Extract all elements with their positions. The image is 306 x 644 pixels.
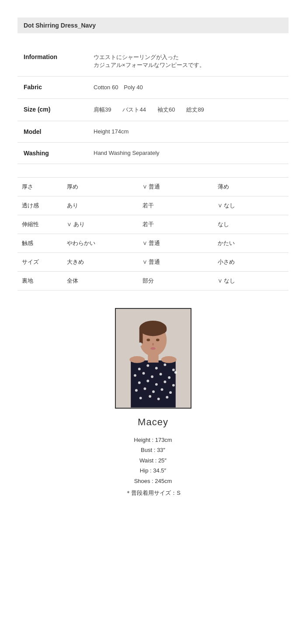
- check-mark: ∨: [143, 259, 149, 265]
- info-label: Information: [17, 46, 87, 77]
- info-value-line: 肩幅39 バスト44 袖丈60 総丈89: [94, 106, 282, 114]
- info-value: Height 174cm: [87, 121, 289, 143]
- svg-point-33: [156, 339, 159, 341]
- model-section: Macey Height : 173cmBust : 33″Waist : 25…: [17, 308, 289, 498]
- char-attr: 透け感: [17, 196, 63, 215]
- svg-point-18: [135, 389, 137, 392]
- char-attr: 伸縮性: [17, 215, 63, 234]
- char-col3: ∨ なし: [213, 272, 289, 290]
- svg-point-2: [138, 368, 140, 370]
- model-stat-line: Bust : 33″: [125, 445, 181, 455]
- char-row: 厚さ厚め∨ 普通薄め: [17, 178, 289, 196]
- char-col2: 部分: [138, 272, 213, 290]
- char-col2: 若干: [138, 215, 213, 234]
- check-mark: ∨: [218, 202, 224, 209]
- svg-point-21: [160, 388, 163, 391]
- char-row: 裏地全体部分∨ なし: [17, 272, 289, 290]
- info-row: FabricCotton 60 Poly 40: [17, 77, 289, 99]
- svg-point-11: [168, 376, 170, 379]
- model-note: ＊普段着用サイズ：S: [125, 488, 181, 498]
- page-wrapper: Dot Shirring Dress_Navy Informationウエストに…: [0, 0, 306, 524]
- info-value: ウエストにシャーリングが入ったカジュアル×フォーマルなワンピースです。: [87, 46, 289, 77]
- info-rows-table: Informationウエストにシャーリングが入ったカジュアル×フォーマルなワン…: [17, 46, 289, 164]
- model-photo-container: [115, 308, 191, 409]
- svg-point-15: [155, 383, 157, 386]
- svg-point-10: [159, 373, 162, 375]
- svg-point-3: [146, 364, 149, 367]
- check-mark: ∨: [143, 240, 149, 246]
- info-row: WashingHand Washing Separately: [17, 143, 289, 164]
- char-attr: 触感: [17, 234, 63, 253]
- svg-point-20: [152, 390, 155, 393]
- info-value: 肩幅39 バスト44 袖丈60 総丈89: [87, 99, 289, 121]
- svg-point-7: [134, 374, 136, 377]
- char-col1: 大きめ: [63, 253, 138, 272]
- model-stat-line: Shoes : 245cm: [125, 476, 181, 486]
- model-stat-line: Height : 173cm: [125, 435, 181, 445]
- info-value-line: ウエストにシャーリングが入った: [94, 53, 282, 61]
- svg-point-38: [129, 356, 145, 363]
- char-col2: ∨ 普通: [138, 178, 213, 196]
- svg-point-35: [150, 347, 156, 350]
- product-title: Dot Shirring Dress_Navy: [17, 18, 289, 33]
- svg-point-31: [154, 326, 166, 334]
- char-attr: サイズ: [17, 253, 63, 272]
- char-col2: ∨ 普通: [138, 253, 213, 272]
- svg-point-39: [161, 356, 176, 363]
- check-mark: ∨: [67, 221, 73, 228]
- info-label: Size (cm): [17, 99, 87, 121]
- svg-point-25: [157, 398, 160, 400]
- svg-point-23: [139, 397, 142, 399]
- info-row: Size (cm)肩幅39 バスト44 袖丈60 総丈89: [17, 99, 289, 121]
- model-stats: Height : 173cmBust : 33″Waist : 25″Hip :…: [125, 435, 181, 498]
- check-mark: ∨: [218, 277, 224, 284]
- product-title-row: Dot Shirring Dress_Navy: [17, 18, 289, 33]
- svg-point-36: [138, 343, 142, 346]
- char-attr: 裏地: [17, 272, 63, 290]
- info-row: ModelHeight 174cm: [17, 121, 289, 143]
- info-label: Fabric: [17, 77, 87, 99]
- svg-point-19: [143, 387, 146, 390]
- char-col3: ∨ なし: [213, 196, 289, 215]
- svg-point-34: [152, 343, 154, 346]
- char-col1: ∨ あり: [63, 215, 138, 234]
- check-mark: ∨: [143, 183, 149, 190]
- info-label: Washing: [17, 143, 87, 164]
- model-stat-line: Waist : 25″: [125, 455, 181, 466]
- model-name: Macey: [138, 416, 168, 428]
- svg-point-14: [146, 380, 149, 382]
- char-row: 透け感あり若干∨ なし: [17, 196, 289, 215]
- char-col1: 全体: [63, 272, 138, 290]
- characteristics-table: 厚さ厚め∨ 普通薄め透け感あり若干∨ なし伸縮性∨ あり若干なし触感やわらかい∨…: [17, 177, 289, 290]
- svg-point-24: [149, 395, 151, 398]
- char-col1: あり: [63, 196, 138, 215]
- char-row: サイズ大きめ∨ 普通小さめ: [17, 253, 289, 272]
- svg-point-22: [169, 391, 172, 394]
- info-value: Hand Washing Separately: [87, 143, 289, 164]
- info-value: Cotton 60 Poly 40: [87, 77, 289, 99]
- char-col3: かたい: [213, 234, 289, 253]
- char-col3: 小さめ: [213, 253, 289, 272]
- info-value-line: Height 174cm: [94, 128, 282, 135]
- svg-point-32: [146, 339, 150, 341]
- svg-point-8: [142, 372, 145, 374]
- svg-point-6: [172, 368, 174, 371]
- info-value-line: Hand Washing Separately: [94, 150, 282, 156]
- svg-rect-30: [139, 329, 143, 343]
- svg-point-16: [163, 381, 166, 383]
- info-value-line: カジュアル×フォーマルなワンピースです。: [94, 61, 282, 69]
- info-row: Informationウエストにシャーリングが入ったカジュアル×フォーマルなワン…: [17, 46, 289, 77]
- char-col3: 薄め: [213, 178, 289, 196]
- svg-point-5: [163, 364, 166, 366]
- char-row: 触感やわらかい∨ 普通かたい: [17, 234, 289, 253]
- char-col1: 厚め: [63, 178, 138, 196]
- svg-point-9: [151, 375, 153, 378]
- char-col2: 若干: [138, 196, 213, 215]
- info-value-line: Cotton 60 Poly 40: [94, 84, 282, 91]
- svg-point-26: [166, 396, 168, 399]
- char-row: 伸縮性∨ あり若干なし: [17, 215, 289, 234]
- svg-rect-1: [131, 360, 176, 407]
- model-photo: [116, 309, 191, 408]
- svg-point-13: [138, 382, 140, 384]
- info-label: Model: [17, 121, 87, 143]
